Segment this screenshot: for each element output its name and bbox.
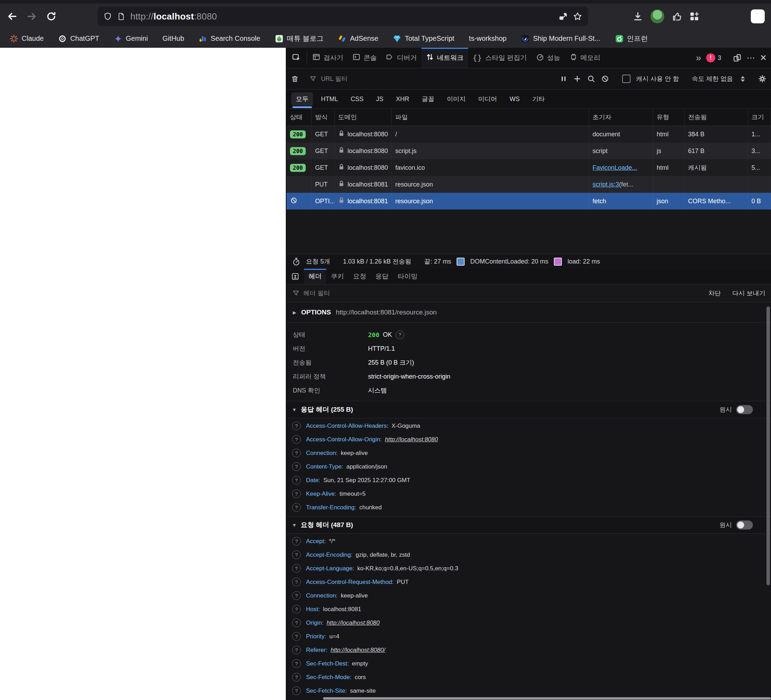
header-item[interactable]: ?Keep-Alive:timeout=5 [286,487,771,501]
help-icon[interactable]: ? [292,605,301,614]
filter-tab-XHR[interactable]: XHR [391,93,414,105]
column-header[interactable]: 파일 [392,109,589,125]
white-square-button[interactable] [751,10,765,23]
table-row[interactable]: 200GETlocalhost:8080script.jsscriptjs617… [286,143,771,159]
bookmark-item[interactable]: 매튜 블로그 [275,34,324,43]
bookmark-item[interactable]: Total TypeScript [393,34,454,43]
bookmark-item[interactable]: ts-workshop [469,34,506,42]
header-item[interactable]: ?Access-Control-Allow-Origin:http://loca… [286,433,771,446]
header-name[interactable]: Accept-Encoding: [306,552,352,558]
header-name[interactable]: Connection: [306,592,338,599]
help-icon[interactable]: ? [292,490,301,498]
more-tabs-icon[interactable]: » [696,53,701,63]
horizontal-scrollbar[interactable] [323,697,771,700]
devtools-tab-검사기[interactable]: 검사기 [308,48,348,68]
header-item[interactable]: ?Priority:u=4 [286,630,771,643]
header-item[interactable]: ?Access-Control-Allow-Headers:X-Goguma [286,419,771,433]
caret-down-icon[interactable]: ▼ [292,523,297,528]
caret-down-icon[interactable]: ▼ [292,407,297,412]
header-name[interactable]: Transfer-Encoding: [306,504,356,511]
bookmark-item[interactable]: Search Console [198,34,260,43]
initiator-text[interactable]: FaviconLoade... [592,164,637,171]
filter-tab-기타[interactable]: 기타 [528,93,549,106]
header-item[interactable]: ?Origin:http://localhost:8080 [286,616,771,630]
request-summary-line[interactable]: ▶ OPTIONS http://localhost:8081/resource… [286,302,771,323]
filter-tab-글꼴[interactable]: 글꼴 [417,93,439,106]
bookmark-item[interactable]: 인프런 [615,34,648,43]
detail-tab-타이밍[interactable]: 타이밍 [393,269,422,284]
header-item[interactable]: ?Host:localhost:8081 [286,602,771,616]
help-icon[interactable]: ? [395,330,404,339]
filter-tab-HTML[interactable]: HTML [317,93,343,105]
header-value[interactable]: http://localhost:8080 [327,619,380,627]
header-value[interactable]: http://localhost:8080/ [330,647,385,654]
help-icon[interactable]: ? [292,449,301,457]
add-button[interactable] [573,75,581,83]
help-icon[interactable]: ? [292,564,301,573]
bookmark-star-icon[interactable] [573,11,582,21]
help-icon[interactable]: ? [292,503,301,512]
help-icon[interactable]: ? [292,537,301,545]
help-icon[interactable]: ? [292,632,301,641]
detail-tab-요청[interactable]: 요청 [348,269,371,284]
filter-tab-JS[interactable]: JS [372,93,388,105]
help-icon[interactable]: ? [292,422,301,430]
header-name[interactable]: Origin: [306,619,324,627]
filter-tab-모두[interactable]: 모두 [291,93,313,106]
table-row[interactable]: 200GETlocalhost:8080/documenthtml384 B1.… [286,126,771,143]
help-icon[interactable]: ? [292,476,301,485]
help-icon[interactable]: ? [292,550,301,559]
bookmark-item[interactable]: GitHub [163,34,184,42]
devtools-tab-네트워크[interactable]: 네트워크 [421,48,468,68]
header-item[interactable]: ?Referer:http://localhost:8080/ [286,643,771,657]
bookmark-item[interactable]: Claude [10,34,44,43]
search-button[interactable] [587,75,595,83]
header-item[interactable]: ?Sec-Fetch-Site:same-site [286,684,771,698]
header-name[interactable]: Connection: [306,450,338,457]
block-request-button[interactable] [601,75,609,83]
disable-cache-checkbox[interactable] [622,75,631,83]
page-content[interactable] [0,48,286,700]
header-name[interactable]: Date: [306,477,320,484]
header-item[interactable]: ?Date:Sun, 21 Sep 2025 12:27:00 GMT [286,474,771,487]
caret-right-icon[interactable]: ▶ [293,310,296,315]
bookmark-item[interactable]: ChatGPT [58,34,99,43]
column-header[interactable]: 방식 [312,109,335,125]
column-header[interactable]: 도메인 [335,109,392,125]
header-name[interactable]: Content-Type: [306,463,343,470]
header-name[interactable]: Sec-Fetch-Site: [306,687,347,694]
help-icon[interactable]: ? [292,686,301,695]
block-button[interactable]: 차단 [708,289,721,297]
detail-tab-쿠키[interactable]: 쿠키 [326,269,348,284]
panel-toggle-button[interactable] [286,269,304,284]
header-name[interactable]: Access-Control-Request-Method: [306,579,394,586]
help-icon[interactable]: ? [292,673,301,682]
header-item[interactable]: ?Sec-Fetch-Dest:empty [286,657,771,671]
bookmark-item[interactable]: AdSense [338,34,378,43]
help-icon[interactable]: ? [292,435,301,444]
header-item[interactable]: ?Sec-Fetch-Mode:cors [286,671,771,684]
help-icon[interactable]: ? [292,591,301,600]
bookmark-item[interactable]: Ship Modern Full-St... [521,34,600,43]
column-header[interactable]: 유형 [653,109,685,125]
header-name[interactable]: Host: [306,606,320,613]
help-icon[interactable]: ? [292,619,301,627]
initiator-text[interactable]: script.js:3 [592,181,619,188]
filter-tab-WS[interactable]: WS [505,93,524,105]
header-name[interactable]: Accept: [306,538,326,545]
filter-tab-CSS[interactable]: CSS [346,93,368,105]
page-info-icon[interactable] [117,12,125,21]
response-headers-section[interactable]: ▼ 응답 헤더 (255 B) 원시 [286,401,771,418]
table-row[interactable]: OPTI...localhost:8081resource.jsonfetchj… [286,193,771,210]
table-row[interactable]: PUTlocalhost:8081resource.jsonscript.js:… [286,176,771,193]
detail-tab-헤더[interactable]: 헤더 [304,269,326,284]
devtools-tab-성능[interactable]: 성능 [532,48,565,68]
header-item[interactable]: ?Accept:*/* [286,534,771,548]
header-name[interactable]: Keep-Alive: [306,490,336,498]
detail-tab-응답[interactable]: 응답 [371,269,393,284]
header-name[interactable]: Sec-Fetch-Dest: [306,660,349,667]
header-item[interactable]: ?Connection:keep-alive [286,589,771,602]
table-row[interactable]: 200GETlocalhost:8080favicon.icoFaviconLo… [286,159,771,176]
clear-requests-button[interactable] [291,75,299,83]
request-count[interactable]: 요청 5개 [306,257,330,265]
